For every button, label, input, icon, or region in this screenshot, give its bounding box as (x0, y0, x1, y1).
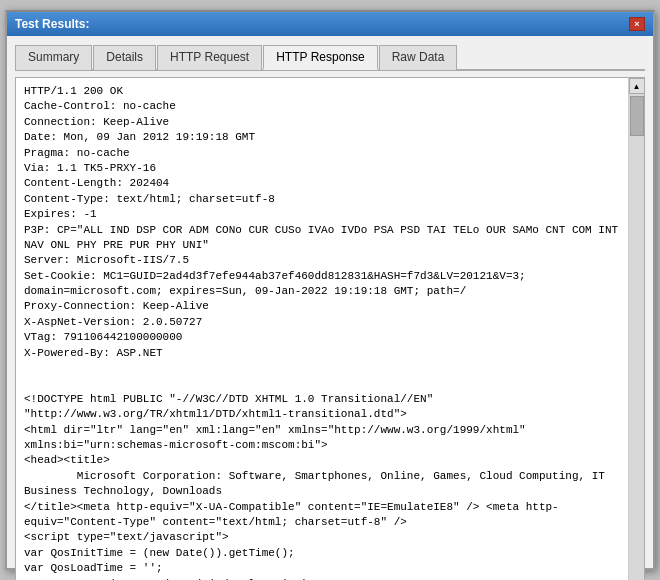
tab-raw-data[interactable]: Raw Data (379, 45, 458, 70)
scrollbar-thumb[interactable] (630, 96, 644, 136)
window-title: Test Results: (15, 17, 89, 31)
tab-bar: Summary Details HTTP Request HTTP Respon… (15, 44, 645, 71)
test-results-window: Test Results: × Summary Details HTTP Req… (5, 10, 655, 570)
tab-http-response[interactable]: HTTP Response (263, 45, 377, 70)
response-text[interactable]: HTTP/1.1 200 OK Cache-Control: no-cache … (16, 78, 628, 580)
tab-summary[interactable]: Summary (15, 45, 92, 70)
scrollbar-track[interactable] (629, 94, 644, 580)
window-content: Summary Details HTTP Request HTTP Respon… (7, 36, 653, 580)
close-window-button[interactable]: × (629, 17, 645, 31)
tab-details[interactable]: Details (93, 45, 156, 70)
scrollbar-up-button[interactable]: ▲ (629, 78, 645, 94)
title-bar: Test Results: × (7, 12, 653, 36)
scrollbar: ▲ ▼ (628, 78, 644, 580)
title-bar-controls: × (629, 17, 645, 31)
tab-http-request[interactable]: HTTP Request (157, 45, 262, 70)
response-content-area: HTTP/1.1 200 OK Cache-Control: no-cache … (15, 77, 645, 580)
